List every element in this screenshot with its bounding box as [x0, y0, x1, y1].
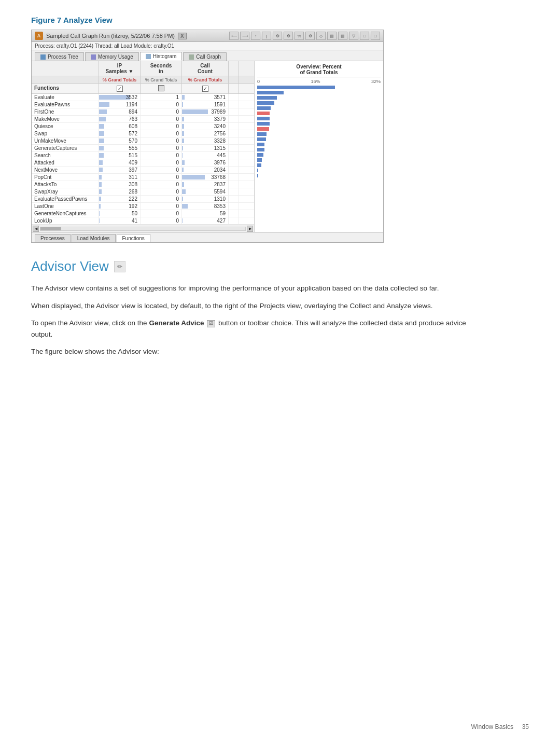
scrollbar-row[interactable]: ◀ ▶	[32, 225, 254, 232]
tool6-icon[interactable]: ▤	[327, 32, 337, 40]
cell-name: LookUp	[32, 217, 99, 224]
tab-call-graph-label: Call Graph	[196, 54, 221, 60]
scroll-track[interactable]	[40, 227, 246, 231]
cell-ip: 1194	[99, 101, 141, 108]
tool2-icon[interactable]: ⚙	[284, 32, 293, 40]
advisor-para4: The figure below shows the Advisor view:	[31, 346, 487, 357]
scroll-thumb[interactable]	[40, 227, 61, 230]
cell-call: 1310	[182, 196, 229, 202]
back-icon[interactable]: ⟵	[229, 32, 239, 40]
cell-extra	[229, 188, 239, 195]
cell-ip: 763	[99, 116, 141, 122]
forward-icon[interactable]: ⟶	[240, 32, 249, 40]
maximize-icon[interactable]: □	[371, 32, 380, 40]
cell-call: 427	[182, 217, 229, 224]
table-row: AttacksTo 308 0 2837	[32, 181, 254, 188]
sec-checkbox[interactable]	[158, 85, 164, 91]
btab-functions[interactable]: Functions	[117, 234, 150, 242]
overview-title: Overview: Percentof Grand Totals	[257, 64, 381, 77]
subheader-row: % Grand Totals % Grand Totals % Grand To…	[32, 76, 254, 84]
cell-name: FirstOne	[32, 108, 99, 115]
overview-bar	[257, 122, 270, 126]
table-row: SwapXray 268 0 5594	[32, 188, 254, 196]
minimize-icon[interactable]: ▽	[349, 32, 358, 40]
cell-sec: 0	[141, 145, 182, 151]
bar-chart	[257, 86, 381, 178]
cell-sec: 1	[141, 94, 182, 101]
cell-call: 2837	[182, 181, 229, 188]
cell-extra	[229, 181, 239, 188]
generate-advice-label: Generate Advice	[149, 319, 204, 327]
cell-sec: 0	[141, 203, 182, 210]
cell-call: 2034	[182, 167, 229, 173]
checkbox-row: Functions ✓ ✓	[32, 84, 254, 94]
call-checkbox[interactable]: ✓	[202, 86, 208, 92]
overview-bar	[257, 127, 269, 131]
main-content: IPSamples ▼ Secondsin CallCount % Grand …	[32, 61, 383, 232]
cell-extra	[229, 174, 239, 181]
tool1-icon[interactable]: ⚙	[273, 32, 282, 40]
table-row: EvaluatePawns 1194 0 1591	[32, 101, 254, 108]
table-row: EvaluatePassedPawns 222 0 1310	[32, 196, 254, 203]
cell-sec: 0	[141, 101, 182, 108]
ip-checkbox-cell[interactable]: ✓	[99, 84, 141, 93]
cell-name: LastOne	[32, 203, 99, 210]
cell-call: 33768	[182, 174, 229, 181]
cell-ip: 50	[99, 210, 141, 217]
advisor-view-heading: Advisor View ✏	[31, 258, 529, 274]
generate-advice-icon: ☑	[207, 320, 215, 327]
overview-area: Overview: Percentof Grand Totals 0 16% 3…	[255, 61, 383, 232]
table-row: NextMove 397 0 2034	[32, 167, 254, 174]
table-row: FirstOne 894 0 37989	[32, 108, 254, 116]
scale-max: 32%	[371, 79, 381, 84]
advisor-para2: When displayed, the Advisor view is loca…	[31, 300, 487, 312]
overview-bar	[257, 174, 258, 177]
overview-bar	[257, 148, 264, 151]
ip-checkbox[interactable]: ✓	[117, 86, 123, 92]
table-row: GenerateNonCaptures 50 0 59	[32, 210, 254, 217]
tab-memory-usage[interactable]: Memory Usage	[85, 52, 139, 61]
tool7-icon[interactable]: ▤	[338, 32, 347, 40]
tab-histogram[interactable]: Histogram	[140, 52, 183, 61]
tool5-icon[interactable]: ◇	[316, 32, 326, 40]
col-seconds[interactable]: Secondsin	[141, 61, 182, 76]
scale-min: 0	[257, 79, 260, 84]
scroll-right-arrow[interactable]: ▶	[247, 226, 253, 232]
up-icon[interactable]: ↑	[251, 32, 260, 40]
table-row: PopCnt 311 0 33768	[32, 174, 254, 181]
toolbar-sep: |	[262, 32, 271, 40]
window-titlebar: A Sampled Call Graph Run (fitzroy, 5/22/…	[32, 30, 383, 42]
table-row: Swap 572 0 2756	[32, 130, 254, 137]
table-row: Quiesce 608 0 3240	[32, 123, 254, 130]
close-button[interactable]: X	[178, 33, 187, 39]
cell-name: EvaluatePassedPawns	[32, 196, 99, 202]
cell-call: 3571	[182, 94, 229, 101]
btab-processes[interactable]: Processes	[35, 234, 71, 242]
cell-ip: 268	[99, 188, 141, 195]
sub-ip: % Grand Totals	[99, 76, 141, 84]
cell-ip: 308	[99, 181, 141, 188]
btab-load-modules[interactable]: Load Modules	[72, 234, 116, 242]
advisor-para3: To open the Advisor view, click on the G…	[31, 317, 487, 340]
tab-call-graph[interactable]: Call Graph	[183, 52, 227, 61]
cell-name: Evaluate	[32, 94, 99, 101]
edit-icon[interactable]: ✏	[114, 261, 125, 272]
tool3-icon[interactable]: %	[295, 32, 304, 40]
extra-checkbox-cell	[229, 84, 239, 93]
cell-sec: 0	[141, 217, 182, 224]
sec-checkbox-cell[interactable]	[141, 84, 182, 93]
call-checkbox-cell[interactable]: ✓	[182, 84, 229, 93]
col-call-count[interactable]: CallCount	[182, 61, 229, 76]
advisor-para1: The Advisor view contains a set of sugge…	[31, 283, 487, 294]
cell-ip: 555	[99, 145, 141, 151]
tab-process-tree[interactable]: Process Tree	[35, 52, 84, 61]
col-ip-samples[interactable]: IPSamples ▼	[99, 61, 141, 76]
cell-sec: 0	[141, 210, 182, 217]
overview-bar	[257, 137, 266, 141]
table-row: GenerateCaptures 555 0 1315	[32, 145, 254, 152]
scroll-left-arrow[interactable]: ◀	[33, 226, 39, 232]
restore-icon[interactable]: □	[360, 32, 369, 40]
cell-name: GenerateNonCaptures	[32, 210, 99, 217]
cell-sec: 0	[141, 152, 182, 159]
tool4-icon[interactable]: ⚙	[305, 32, 315, 40]
